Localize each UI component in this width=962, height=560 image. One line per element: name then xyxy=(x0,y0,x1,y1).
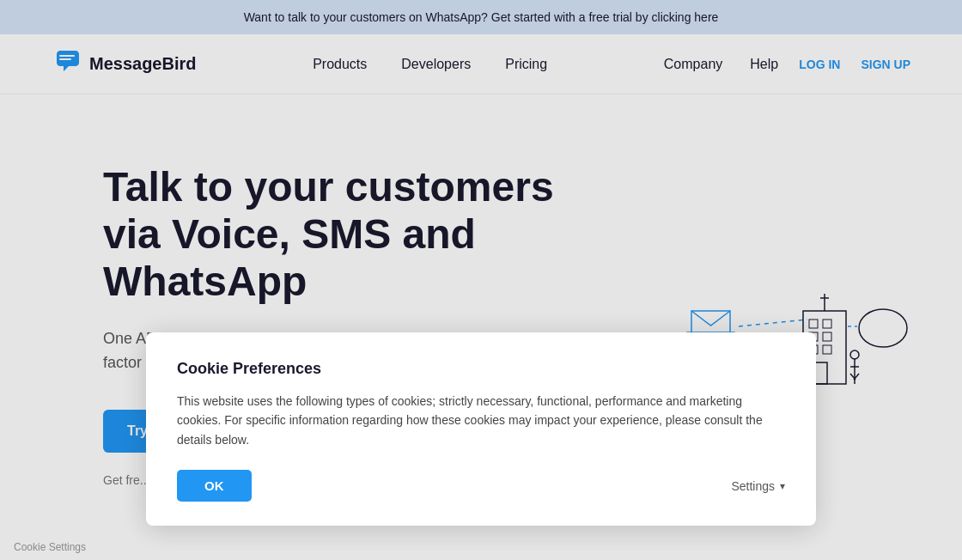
cookie-settings-footer[interactable]: Cookie Settings xyxy=(0,534,100,539)
cookie-body: This website uses the following types of… xyxy=(177,392,785,449)
chevron-down-icon: ▾ xyxy=(780,480,785,492)
cookie-modal: Cookie Preferences This website uses the… xyxy=(146,332,816,526)
cookie-ok-button[interactable]: OK xyxy=(177,470,252,502)
settings-label: Settings xyxy=(731,479,775,493)
cookie-title: Cookie Preferences xyxy=(177,360,785,378)
cookie-actions: OK Settings ▾ xyxy=(177,470,785,502)
cookie-settings-button[interactable]: Settings ▾ xyxy=(731,479,785,493)
cookie-modal-overlay: Cookie Preferences This website uses the… xyxy=(0,0,962,539)
